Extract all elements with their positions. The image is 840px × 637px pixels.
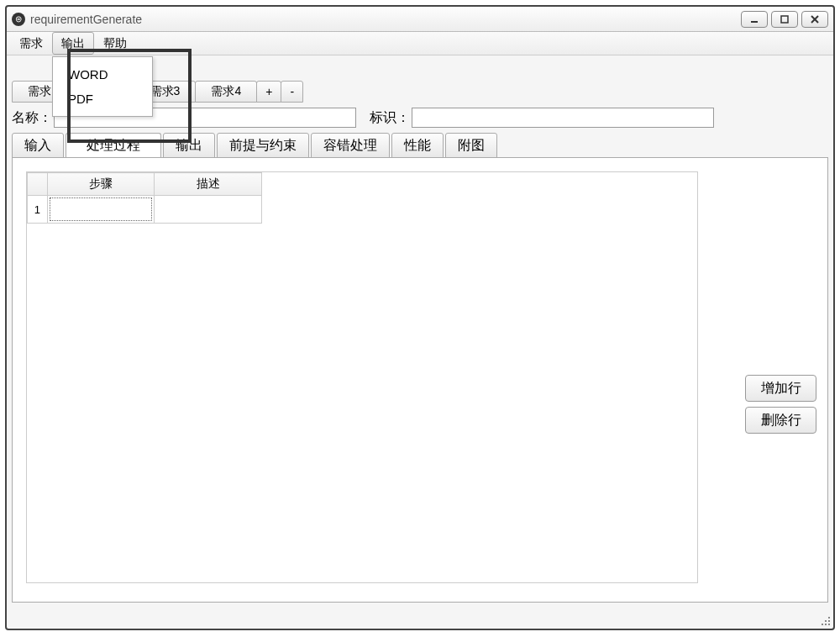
cell-step[interactable] [47,196,155,224]
side-buttons: 增加行 删除行 [745,375,816,434]
id-label: 标识： [370,109,410,127]
row-number: 1 [28,196,48,224]
tab-output[interactable]: 输出 [163,133,215,158]
tab-panel: 步骤 描述 1 [12,157,828,603]
window-controls [741,11,828,28]
id-input[interactable] [412,108,714,128]
window-title: requirementGenerate [30,13,142,26]
svg-rect-1 [781,16,788,23]
th-desc: 描述 [155,173,262,196]
th-rownum [28,173,48,196]
cell-step-input[interactable] [50,197,153,221]
export-dropdown: WORD PDF [52,56,153,117]
menu-item-requirement[interactable]: 需求 [10,32,52,55]
titlebar: ⊜ requirementGenerate [7,7,833,32]
delete-row-button[interactable]: 删除行 [745,407,816,434]
window-frame: ⊜ requirementGenerate 需求 输出 WORD PDF 帮助 … [5,5,835,630]
app-icon: ⊜ [12,13,25,26]
minimize-button[interactable] [741,11,768,28]
tab-input[interactable]: 输入 [12,133,64,158]
dropdown-item-word[interactable]: WORD [53,62,152,87]
add-tab-button[interactable]: + [256,81,281,103]
tab-process[interactable]: 处理过程 [66,133,161,158]
menubar: 需求 输出 WORD PDF 帮助 [7,32,833,55]
table-container: 步骤 描述 1 [26,171,698,583]
req-tab-4[interactable]: 需求4 [195,81,257,103]
cell-desc[interactable] [155,196,262,224]
menu-item-help[interactable]: 帮助 [94,32,136,55]
content-area: 需求1 需求2 需求3 需求4 + - 名称： 标识： 输入 处理过程 输出 前… [7,55,833,608]
tab-fault[interactable]: 容错处理 [311,133,390,158]
tab-figure[interactable]: 附图 [445,133,497,158]
menu-item-export-label: 输出 [61,36,85,51]
tab-precondition[interactable]: 前提与约束 [217,133,309,158]
process-table: 步骤 描述 1 [27,172,262,224]
add-row-button[interactable]: 增加行 [745,375,816,402]
tab-performance[interactable]: 性能 [391,133,444,158]
maximize-button[interactable] [771,11,798,28]
table-header-row: 步骤 描述 [28,173,262,196]
menu-item-export[interactable]: 输出 WORD PDF [52,32,94,55]
name-label: 名称： [12,109,52,127]
remove-tab-button[interactable]: - [281,81,303,103]
th-step: 步骤 [47,173,155,196]
dropdown-item-pdf[interactable]: PDF [53,87,152,111]
close-button[interactable] [801,11,828,28]
inner-tabs: 输入 处理过程 输出 前提与约束 容错处理 性能 附图 [12,133,828,158]
table-row[interactable]: 1 [28,196,262,224]
resize-grip[interactable] [820,615,832,627]
